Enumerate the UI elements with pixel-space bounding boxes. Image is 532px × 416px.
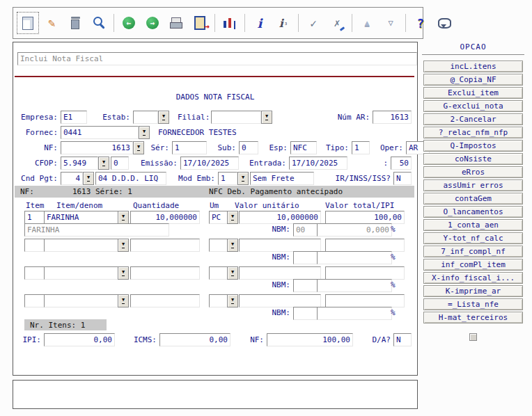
estab-input[interactable]	[133, 111, 158, 124]
estab-dropdown-icon[interactable]	[158, 111, 169, 124]
item-nbm-input[interactable]	[293, 251, 318, 264]
item-ipi-pct-input[interactable]: 0,000	[317, 223, 392, 237]
item-denom-dropdown-icon[interactable]	[118, 211, 129, 224]
option-imprime-ar[interactable]: K-imprime_ar	[423, 285, 523, 297]
item-denom-input[interactable]: FARINHA	[44, 211, 123, 224]
edit-icon[interactable]	[40, 12, 63, 34]
move-down-icon[interactable]	[380, 12, 402, 34]
emissao-input[interactable]: 17/10/2025	[180, 157, 239, 170]
cfop-dropdown-icon[interactable]	[98, 157, 109, 170]
item-denom-dropdown-icon[interactable]	[118, 294, 129, 307]
esp-input[interactable]: NFC	[290, 141, 317, 154]
da-input[interactable]: N	[393, 333, 412, 346]
next-record-icon[interactable]	[141, 12, 164, 34]
chart-icon[interactable]	[219, 12, 241, 34]
item-um-dropdown-icon[interactable]	[227, 266, 238, 280]
fornec-dropdown-icon[interactable]	[139, 126, 150, 139]
option-copia-nf[interactable]: @_Copia_NF	[423, 74, 523, 86]
item-denom-dropdown-icon[interactable]	[118, 239, 129, 252]
summary-description: NFC Deb. Pagamento antecipado	[209, 187, 343, 196]
option-lancamentos[interactable]: O_lancamentos	[423, 206, 523, 218]
filial-dropdown-icon[interactable]	[261, 111, 272, 124]
option-tot-nf-calc[interactable]: Y-tot_nf_calc	[423, 232, 523, 244]
option-consiste[interactable]: coNsiste	[423, 153, 523, 165]
search-icon[interactable]	[88, 12, 110, 34]
cnd-pgt-input[interactable]: 4	[61, 172, 83, 185]
info-icon[interactable]	[249, 12, 271, 34]
item-qty-input[interactable]	[130, 294, 200, 307]
option-inf-compl-nf[interactable]: 7_inf_compl_nf	[423, 246, 523, 257]
item-unit-value-input[interactable]	[239, 294, 321, 307]
item-total-input[interactable]: 100,00	[325, 211, 405, 224]
cnd-pgt-desc-field: 04 D.D.D. LIQ	[95, 172, 166, 185]
item-nbm-input[interactable]	[293, 307, 318, 320]
item-total-input[interactable]	[325, 266, 405, 280]
item-qty-input[interactable]	[130, 266, 200, 280]
option-impostos[interactable]: Q-Impostos	[423, 140, 523, 152]
move-up-icon[interactable]	[356, 12, 378, 34]
print-icon[interactable]	[165, 12, 187, 34]
delete-icon[interactable]	[64, 12, 86, 34]
ir-inss-input[interactable]: N	[393, 172, 412, 185]
item-unit-value-input[interactable]	[239, 266, 321, 280]
item-um-dropdown-icon[interactable]	[227, 294, 238, 307]
item-um-dropdown-icon[interactable]	[227, 239, 238, 252]
message-icon[interactable]	[433, 12, 455, 34]
item-unit-value-input[interactable]	[239, 239, 321, 252]
option-cancelar[interactable]: 2-Cancelar	[423, 113, 523, 125]
option-relac-nfm-nfp[interactable]: ?_relac_nfm_nfp	[423, 127, 523, 138]
item-unit-value-input[interactable]: 10,000000	[239, 211, 321, 224]
cfop-ext-input[interactable]: 0	[111, 157, 129, 170]
item-denom-input[interactable]	[44, 266, 123, 280]
option-mat-terceiros[interactable]: H-mat_terceiros	[423, 312, 523, 323]
item-um-dropdown-icon[interactable]	[227, 211, 238, 224]
filial-input[interactable]	[211, 111, 261, 124]
option-conta-aen[interactable]: 1_conta_aen	[423, 219, 523, 231]
mod-emb-dropdown-icon[interactable]	[237, 172, 249, 185]
empresa-input[interactable]: E1	[61, 111, 87, 124]
help-icon[interactable]	[409, 12, 432, 34]
sub-input[interactable]: 0	[239, 141, 258, 154]
num-ar-input[interactable]: 1613	[373, 111, 412, 124]
ipi-total-input[interactable]: 0,00	[44, 333, 115, 346]
item-qty-input[interactable]	[130, 239, 200, 252]
serie-input[interactable]: 1	[172, 141, 207, 154]
option-lista-nfe[interactable]: =_Lista_nfe	[423, 298, 523, 310]
fornec-input[interactable]: 0441	[61, 126, 139, 139]
option-erros[interactable]: eRros	[423, 166, 523, 178]
info-detail-icon[interactable]	[272, 12, 295, 34]
entrada-input[interactable]: 17/10/2025	[289, 157, 347, 170]
item-nbm-input[interactable]: 00	[293, 223, 318, 237]
option-contagem[interactable]: contaGem	[423, 193, 523, 205]
option-exclui-item[interactable]: Exclui_item	[423, 87, 523, 99]
cnd-pgt-dropdown-icon[interactable]	[83, 172, 94, 185]
confirm-icon[interactable]	[302, 12, 324, 34]
exit-icon[interactable]	[189, 12, 211, 34]
extra-input[interactable]: 50	[391, 157, 412, 170]
nf-dropdown-icon[interactable]	[133, 141, 144, 154]
item-denom-dropdown-icon[interactable]	[118, 266, 129, 280]
option-info-fiscal[interactable]: X-info_fiscal_i...	[423, 272, 523, 284]
item-ipi-pct-input[interactable]	[317, 307, 392, 320]
option-exclui-nota[interactable]: G-exclui_nota	[423, 100, 523, 112]
item-ipi-pct-input[interactable]	[317, 251, 392, 264]
icms-total-input[interactable]: 0,00	[159, 333, 230, 346]
option-incl-itens[interactable]: incL.itens	[423, 61, 523, 72]
new-note-icon[interactable]	[17, 12, 39, 34]
option-inf-compl-item[interactable]: inf_comPl_item	[423, 259, 523, 271]
item-total-input[interactable]	[325, 239, 405, 252]
mod-emb-input[interactable]: 1	[218, 172, 237, 185]
cfop-input[interactable]: 5.949	[61, 157, 98, 170]
item-ipi-pct-input[interactable]	[317, 279, 392, 292]
cancel-icon[interactable]	[326, 12, 348, 34]
item-qty-input[interactable]: 10,000000	[130, 211, 200, 224]
item-nbm-input[interactable]	[293, 279, 318, 292]
item-denom-input[interactable]	[44, 294, 123, 307]
nf-input[interactable]: 1613	[61, 141, 133, 154]
prev-record-icon[interactable]	[118, 12, 140, 34]
nf-total-input[interactable]: 100,00	[267, 333, 353, 346]
tipo-input[interactable]: 1	[352, 141, 370, 154]
item-denom-input[interactable]	[44, 239, 123, 252]
option-assumir-erros[interactable]: assUmir erros	[423, 179, 523, 191]
item-total-input[interactable]	[325, 294, 405, 307]
